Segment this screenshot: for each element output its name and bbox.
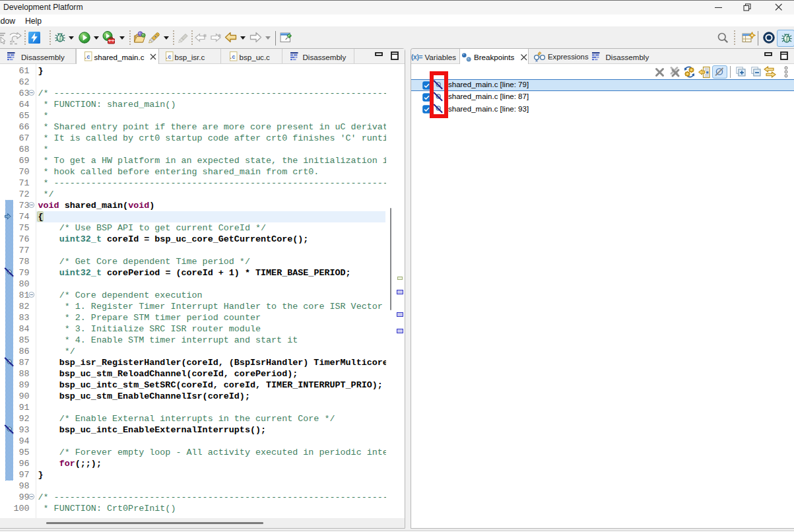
svg-text:c: c (168, 53, 171, 60)
svg-text:c: c (232, 53, 235, 60)
svg-text:c: c (86, 53, 90, 60)
